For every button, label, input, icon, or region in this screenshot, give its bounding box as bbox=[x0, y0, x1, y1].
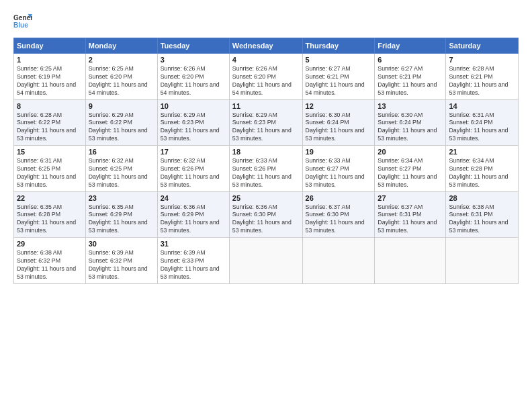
day-number: 16 bbox=[89, 148, 154, 156]
day-info: Sunrise: 6:37 AMSunset: 6:31 PMDaylight:… bbox=[378, 203, 443, 236]
calendar-cell: 8 Sunrise: 6:28 AMSunset: 6:22 PMDayligh… bbox=[14, 99, 86, 146]
calendar-cell bbox=[446, 238, 519, 284]
day-number: 7 bbox=[449, 56, 515, 64]
day-number: 24 bbox=[161, 194, 226, 202]
calendar-cell: 29 Sunrise: 6:38 AMSunset: 6:32 PMDaylig… bbox=[14, 238, 86, 284]
calendar-cell: 24 Sunrise: 6:36 AMSunset: 6:29 PMDaylig… bbox=[157, 191, 229, 238]
day-number: 11 bbox=[232, 102, 300, 110]
svg-text:Blue: Blue bbox=[13, 21, 28, 29]
day-number: 8 bbox=[17, 102, 83, 110]
day-info: Sunrise: 6:27 AMSunset: 6:21 PMDaylight:… bbox=[378, 65, 443, 97]
dow-header: Saturday bbox=[446, 38, 519, 54]
calendar-cell: 21 Sunrise: 6:34 AMSunset: 6:28 PMDaylig… bbox=[446, 146, 519, 192]
calendar-cell: 20 Sunrise: 6:34 AMSunset: 6:27 PMDaylig… bbox=[375, 146, 446, 192]
calendar-cell: 7 Sunrise: 6:28 AMSunset: 6:21 PMDayligh… bbox=[446, 54, 519, 100]
calendar-cell: 17 Sunrise: 6:32 AMSunset: 6:26 PMDaylig… bbox=[157, 146, 229, 192]
day-number: 18 bbox=[232, 148, 300, 156]
day-number: 31 bbox=[161, 240, 226, 248]
day-info: Sunrise: 6:34 AMSunset: 6:28 PMDaylight:… bbox=[449, 157, 515, 189]
day-info: Sunrise: 6:29 AMSunset: 6:23 PMDaylight:… bbox=[161, 111, 226, 144]
day-number: 3 bbox=[161, 56, 226, 64]
calendar: SundayMondayTuesdayWednesdayThursdayFrid… bbox=[13, 38, 519, 284]
day-number: 21 bbox=[449, 148, 515, 156]
calendar-cell: 1 Sunrise: 6:25 AMSunset: 6:19 PMDayligh… bbox=[14, 54, 86, 100]
day-number: 30 bbox=[89, 240, 154, 248]
day-info: Sunrise: 6:39 AMSunset: 6:32 PMDaylight:… bbox=[89, 249, 154, 281]
calendar-cell: 19 Sunrise: 6:33 AMSunset: 6:27 PMDaylig… bbox=[302, 146, 375, 192]
day-info: Sunrise: 6:36 AMSunset: 6:29 PMDaylight:… bbox=[161, 203, 226, 236]
calendar-cell: 25 Sunrise: 6:36 AMSunset: 6:30 PMDaylig… bbox=[229, 191, 302, 238]
day-info: Sunrise: 6:28 AMSunset: 6:22 PMDaylight:… bbox=[17, 111, 83, 144]
day-info: Sunrise: 6:32 AMSunset: 6:25 PMDaylight:… bbox=[89, 157, 154, 189]
day-number: 5 bbox=[306, 56, 372, 64]
day-number: 12 bbox=[306, 102, 372, 110]
dow-header: Tuesday bbox=[157, 38, 229, 54]
day-number: 4 bbox=[232, 56, 300, 64]
logo: General Blue bbox=[13, 12, 32, 31]
day-number: 20 bbox=[378, 148, 443, 156]
calendar-cell: 31 Sunrise: 6:39 AMSunset: 6:33 PMDaylig… bbox=[157, 238, 229, 284]
calendar-cell: 26 Sunrise: 6:37 AMSunset: 6:30 PMDaylig… bbox=[302, 191, 375, 238]
day-number: 26 bbox=[306, 194, 372, 202]
day-info: Sunrise: 6:25 AMSunset: 6:19 PMDaylight:… bbox=[17, 65, 83, 97]
day-info: Sunrise: 6:38 AMSunset: 6:32 PMDaylight:… bbox=[17, 249, 83, 281]
day-number: 1 bbox=[17, 56, 83, 64]
calendar-cell bbox=[229, 238, 302, 284]
header: General Blue bbox=[13, 12, 519, 31]
day-info: Sunrise: 6:35 AMSunset: 6:28 PMDaylight:… bbox=[17, 203, 83, 236]
day-number: 9 bbox=[89, 102, 154, 110]
day-info: Sunrise: 6:35 AMSunset: 6:29 PMDaylight:… bbox=[89, 203, 154, 236]
dow-header: Monday bbox=[85, 38, 157, 54]
calendar-cell: 12 Sunrise: 6:30 AMSunset: 6:24 PMDaylig… bbox=[302, 99, 375, 146]
calendar-cell: 23 Sunrise: 6:35 AMSunset: 6:29 PMDaylig… bbox=[85, 191, 157, 238]
calendar-cell: 28 Sunrise: 6:38 AMSunset: 6:31 PMDaylig… bbox=[446, 191, 519, 238]
calendar-cell bbox=[375, 238, 446, 284]
calendar-cell: 13 Sunrise: 6:30 AMSunset: 6:24 PMDaylig… bbox=[375, 99, 446, 146]
day-number: 17 bbox=[161, 148, 226, 156]
day-number: 25 bbox=[232, 194, 300, 202]
day-info: Sunrise: 6:36 AMSunset: 6:30 PMDaylight:… bbox=[232, 203, 300, 236]
day-info: Sunrise: 6:30 AMSunset: 6:24 PMDaylight:… bbox=[306, 111, 372, 144]
day-number: 2 bbox=[89, 56, 154, 64]
day-info: Sunrise: 6:30 AMSunset: 6:24 PMDaylight:… bbox=[378, 111, 443, 144]
calendar-cell: 15 Sunrise: 6:31 AMSunset: 6:25 PMDaylig… bbox=[14, 146, 86, 192]
page: General Blue SundayMondayTuesdayWednesda… bbox=[0, 0, 532, 411]
calendar-cell: 2 Sunrise: 6:25 AMSunset: 6:20 PMDayligh… bbox=[85, 54, 157, 100]
day-info: Sunrise: 6:26 AMSunset: 6:20 PMDaylight:… bbox=[232, 65, 300, 97]
day-number: 27 bbox=[378, 194, 443, 202]
calendar-cell: 5 Sunrise: 6:27 AMSunset: 6:21 PMDayligh… bbox=[302, 54, 375, 100]
day-number: 28 bbox=[449, 194, 515, 202]
calendar-cell: 3 Sunrise: 6:26 AMSunset: 6:20 PMDayligh… bbox=[157, 54, 229, 100]
day-number: 19 bbox=[306, 148, 372, 156]
day-info: Sunrise: 6:31 AMSunset: 6:25 PMDaylight:… bbox=[17, 157, 83, 189]
day-info: Sunrise: 6:26 AMSunset: 6:20 PMDaylight:… bbox=[161, 65, 226, 97]
day-info: Sunrise: 6:31 AMSunset: 6:24 PMDaylight:… bbox=[449, 111, 515, 144]
day-info: Sunrise: 6:34 AMSunset: 6:27 PMDaylight:… bbox=[378, 157, 443, 189]
day-number: 14 bbox=[449, 102, 515, 110]
day-info: Sunrise: 6:29 AMSunset: 6:23 PMDaylight:… bbox=[232, 111, 300, 144]
calendar-cell: 9 Sunrise: 6:29 AMSunset: 6:22 PMDayligh… bbox=[85, 99, 157, 146]
dow-header: Sunday bbox=[14, 38, 86, 54]
calendar-cell: 30 Sunrise: 6:39 AMSunset: 6:32 PMDaylig… bbox=[85, 238, 157, 284]
day-info: Sunrise: 6:37 AMSunset: 6:30 PMDaylight:… bbox=[306, 203, 372, 236]
calendar-cell: 14 Sunrise: 6:31 AMSunset: 6:24 PMDaylig… bbox=[446, 99, 519, 146]
day-info: Sunrise: 6:33 AMSunset: 6:26 PMDaylight:… bbox=[232, 157, 300, 189]
day-info: Sunrise: 6:38 AMSunset: 6:31 PMDaylight:… bbox=[449, 203, 515, 236]
day-info: Sunrise: 6:27 AMSunset: 6:21 PMDaylight:… bbox=[306, 65, 372, 97]
day-number: 22 bbox=[17, 194, 83, 202]
dow-header: Wednesday bbox=[229, 38, 302, 54]
day-number: 15 bbox=[17, 148, 83, 156]
day-info: Sunrise: 6:29 AMSunset: 6:22 PMDaylight:… bbox=[89, 111, 154, 144]
calendar-cell: 4 Sunrise: 6:26 AMSunset: 6:20 PMDayligh… bbox=[229, 54, 302, 100]
day-info: Sunrise: 6:25 AMSunset: 6:20 PMDaylight:… bbox=[89, 65, 154, 97]
calendar-cell: 18 Sunrise: 6:33 AMSunset: 6:26 PMDaylig… bbox=[229, 146, 302, 192]
calendar-cell: 27 Sunrise: 6:37 AMSunset: 6:31 PMDaylig… bbox=[375, 191, 446, 238]
dow-header: Friday bbox=[375, 38, 446, 54]
day-number: 6 bbox=[378, 56, 443, 64]
day-info: Sunrise: 6:39 AMSunset: 6:33 PMDaylight:… bbox=[161, 249, 226, 281]
calendar-cell: 22 Sunrise: 6:35 AMSunset: 6:28 PMDaylig… bbox=[14, 191, 86, 238]
day-info: Sunrise: 6:28 AMSunset: 6:21 PMDaylight:… bbox=[449, 65, 515, 97]
calendar-cell bbox=[302, 238, 375, 284]
day-number: 13 bbox=[378, 102, 443, 110]
logo-icon: General Blue bbox=[13, 12, 32, 31]
